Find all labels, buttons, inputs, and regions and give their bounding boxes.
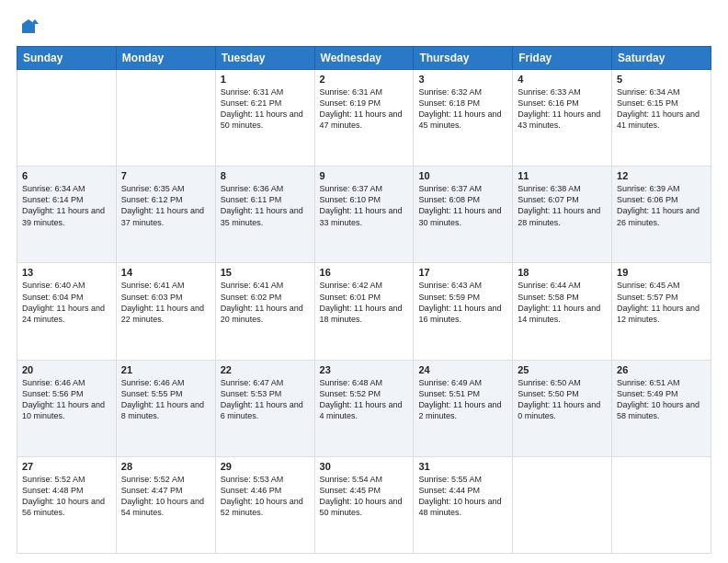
- calendar-cell: 22Sunrise: 6:47 AM Sunset: 5:53 PM Dayli…: [215, 360, 314, 456]
- calendar-cell: 18Sunrise: 6:44 AM Sunset: 5:58 PM Dayli…: [513, 263, 612, 360]
- weekday-header-saturday: Saturday: [612, 47, 711, 70]
- cell-info: Sunrise: 6:41 AM Sunset: 6:03 PM Dayligh…: [121, 280, 210, 325]
- day-number: 2: [320, 74, 409, 85]
- svg-marker-1: [31, 19, 39, 24]
- calendar-table: SundayMondayTuesdayWednesdayThursdayFrid…: [17, 46, 711, 554]
- day-number: 6: [22, 170, 111, 181]
- day-number: 23: [320, 364, 409, 375]
- day-number: 27: [22, 461, 111, 472]
- day-number: 1: [221, 74, 310, 85]
- cell-info: Sunrise: 5:53 AM Sunset: 4:46 PM Dayligh…: [221, 474, 310, 519]
- cell-info: Sunrise: 6:37 AM Sunset: 6:08 PM Dayligh…: [418, 183, 507, 228]
- day-number: 10: [418, 170, 507, 181]
- cell-info: Sunrise: 6:31 AM Sunset: 6:19 PM Dayligh…: [320, 86, 409, 132]
- cell-info: Sunrise: 6:51 AM Sunset: 5:49 PM Dayligh…: [617, 377, 706, 422]
- cell-info: Sunrise: 6:37 AM Sunset: 6:10 PM Dayligh…: [320, 183, 409, 228]
- cell-info: Sunrise: 6:38 AM Sunset: 6:07 PM Dayligh…: [518, 183, 607, 228]
- weekday-header-monday: Monday: [116, 47, 215, 70]
- weekday-header-wednesday: Wednesday: [314, 47, 414, 70]
- day-number: 11: [518, 170, 607, 181]
- page: SundayMondayTuesdayWednesdayThursdayFrid…: [0, 0, 728, 563]
- calendar-cell: 13Sunrise: 6:40 AM Sunset: 6:04 PM Dayli…: [17, 263, 117, 360]
- day-number: 13: [22, 267, 111, 278]
- week-row-1: 1Sunrise: 6:31 AM Sunset: 6:21 PM Daylig…: [17, 70, 711, 167]
- day-number: 3: [418, 74, 507, 85]
- day-number: 28: [121, 461, 210, 472]
- cell-info: Sunrise: 6:50 AM Sunset: 5:50 PM Dayligh…: [518, 377, 607, 422]
- calendar-cell: [612, 456, 711, 553]
- cell-info: Sunrise: 6:42 AM Sunset: 6:01 PM Dayligh…: [320, 280, 409, 325]
- day-number: 19: [617, 267, 706, 278]
- calendar-cell: 20Sunrise: 6:46 AM Sunset: 5:56 PM Dayli…: [17, 360, 117, 456]
- calendar-cell: 28Sunrise: 5:52 AM Sunset: 4:47 PM Dayli…: [116, 456, 215, 553]
- calendar-cell: 3Sunrise: 6:32 AM Sunset: 6:18 PM Daylig…: [414, 70, 513, 167]
- calendar-cell: 25Sunrise: 6:50 AM Sunset: 5:50 PM Dayli…: [513, 360, 612, 456]
- calendar-cell: 30Sunrise: 5:54 AM Sunset: 4:45 PM Dayli…: [314, 456, 414, 553]
- cell-info: Sunrise: 6:45 AM Sunset: 5:57 PM Dayligh…: [617, 280, 706, 325]
- week-row-3: 13Sunrise: 6:40 AM Sunset: 6:04 PM Dayli…: [17, 263, 711, 360]
- cell-info: Sunrise: 6:44 AM Sunset: 5:58 PM Dayligh…: [518, 280, 607, 325]
- calendar-cell: 1Sunrise: 6:31 AM Sunset: 6:21 PM Daylig…: [215, 70, 314, 167]
- day-number: 29: [221, 461, 310, 472]
- weekday-header-row: SundayMondayTuesdayWednesdayThursdayFrid…: [17, 47, 711, 70]
- cell-info: Sunrise: 6:34 AM Sunset: 6:15 PM Dayligh…: [617, 86, 706, 132]
- day-number: 5: [617, 74, 706, 85]
- calendar-cell: 7Sunrise: 6:35 AM Sunset: 6:12 PM Daylig…: [116, 167, 215, 263]
- weekday-header-thursday: Thursday: [414, 47, 513, 70]
- cell-info: Sunrise: 5:52 AM Sunset: 4:47 PM Dayligh…: [121, 474, 210, 519]
- cell-info: Sunrise: 6:39 AM Sunset: 6:06 PM Dayligh…: [617, 183, 706, 228]
- calendar-cell: [17, 70, 117, 167]
- day-number: 17: [418, 267, 507, 278]
- calendar-cell: 15Sunrise: 6:41 AM Sunset: 6:02 PM Dayli…: [215, 263, 314, 360]
- calendar-cell: 29Sunrise: 5:53 AM Sunset: 4:46 PM Dayli…: [215, 456, 314, 553]
- calendar-cell: 27Sunrise: 5:52 AM Sunset: 4:48 PM Dayli…: [17, 456, 117, 553]
- day-number: 7: [121, 170, 210, 181]
- calendar-cell: 6Sunrise: 6:34 AM Sunset: 6:14 PM Daylig…: [17, 167, 117, 263]
- calendar-cell: 9Sunrise: 6:37 AM Sunset: 6:10 PM Daylig…: [314, 167, 414, 263]
- cell-info: Sunrise: 6:49 AM Sunset: 5:51 PM Dayligh…: [418, 377, 507, 422]
- svg-marker-0: [22, 19, 35, 33]
- day-number: 4: [518, 74, 607, 85]
- day-number: 25: [518, 364, 607, 375]
- day-number: 18: [518, 267, 607, 278]
- calendar-cell: 10Sunrise: 6:37 AM Sunset: 6:08 PM Dayli…: [414, 167, 513, 263]
- cell-info: Sunrise: 5:54 AM Sunset: 4:45 PM Dayligh…: [320, 474, 409, 519]
- cell-info: Sunrise: 6:33 AM Sunset: 6:16 PM Dayligh…: [518, 86, 607, 132]
- day-number: 20: [22, 364, 111, 375]
- day-number: 30: [320, 461, 409, 472]
- cell-info: Sunrise: 6:34 AM Sunset: 6:14 PM Dayligh…: [22, 183, 111, 228]
- weekday-header-sunday: Sunday: [17, 47, 117, 70]
- logo: [17, 17, 39, 37]
- cell-info: Sunrise: 6:48 AM Sunset: 5:52 PM Dayligh…: [320, 377, 409, 422]
- cell-info: Sunrise: 5:52 AM Sunset: 4:48 PM Dayligh…: [22, 474, 111, 519]
- cell-info: Sunrise: 6:43 AM Sunset: 5:59 PM Dayligh…: [418, 280, 507, 325]
- calendar-cell: 21Sunrise: 6:46 AM Sunset: 5:55 PM Dayli…: [116, 360, 215, 456]
- week-row-4: 20Sunrise: 6:46 AM Sunset: 5:56 PM Dayli…: [17, 360, 711, 456]
- logo-icon: [18, 17, 39, 37]
- day-number: 15: [221, 267, 310, 278]
- day-number: 31: [418, 461, 507, 472]
- week-row-5: 27Sunrise: 5:52 AM Sunset: 4:48 PM Dayli…: [17, 456, 711, 553]
- week-row-2: 6Sunrise: 6:34 AM Sunset: 6:14 PM Daylig…: [17, 167, 711, 263]
- day-number: 9: [320, 170, 409, 181]
- day-number: 22: [221, 364, 310, 375]
- cell-info: Sunrise: 5:55 AM Sunset: 4:44 PM Dayligh…: [418, 474, 507, 519]
- cell-info: Sunrise: 6:46 AM Sunset: 5:56 PM Dayligh…: [22, 377, 111, 422]
- cell-info: Sunrise: 6:31 AM Sunset: 6:21 PM Dayligh…: [221, 86, 310, 132]
- calendar-cell: [513, 456, 612, 553]
- day-number: 8: [221, 170, 310, 181]
- calendar-cell: 17Sunrise: 6:43 AM Sunset: 5:59 PM Dayli…: [414, 263, 513, 360]
- cell-info: Sunrise: 6:40 AM Sunset: 6:04 PM Dayligh…: [22, 280, 111, 325]
- calendar-cell: 5Sunrise: 6:34 AM Sunset: 6:15 PM Daylig…: [612, 70, 711, 167]
- day-number: 12: [617, 170, 706, 181]
- cell-info: Sunrise: 6:47 AM Sunset: 5:53 PM Dayligh…: [221, 377, 310, 422]
- cell-info: Sunrise: 6:41 AM Sunset: 6:02 PM Dayligh…: [221, 280, 310, 325]
- weekday-header-friday: Friday: [513, 47, 612, 70]
- calendar-cell: 23Sunrise: 6:48 AM Sunset: 5:52 PM Dayli…: [314, 360, 414, 456]
- cell-info: Sunrise: 6:36 AM Sunset: 6:11 PM Dayligh…: [221, 183, 310, 228]
- header: [17, 17, 711, 37]
- day-number: 16: [320, 267, 409, 278]
- day-number: 24: [418, 364, 507, 375]
- calendar-cell: 11Sunrise: 6:38 AM Sunset: 6:07 PM Dayli…: [513, 167, 612, 263]
- calendar-cell: 14Sunrise: 6:41 AM Sunset: 6:03 PM Dayli…: [116, 263, 215, 360]
